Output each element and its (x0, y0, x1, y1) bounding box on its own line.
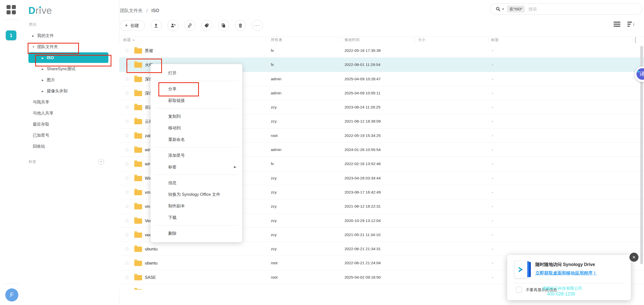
context-menu-item[interactable]: 标签▶ (151, 161, 242, 173)
column-header-owner[interactable]: 所有者 (271, 37, 282, 42)
chevron-right-icon[interactable]: ▶ (42, 64, 45, 75)
column-header-modified[interactable]: 修改时间 (345, 37, 360, 42)
star-icon[interactable]: ☆ (125, 256, 130, 270)
tag-button[interactable] (201, 20, 212, 31)
context-menu-item[interactable]: 添加星号 (151, 149, 242, 161)
star-icon[interactable]: ☆ (125, 284, 130, 290)
context-menu-item[interactable]: 重新命名 (151, 134, 242, 145)
star-icon[interactable]: ☆ (125, 129, 130, 143)
cell-owner: zcy (271, 185, 277, 199)
star-icon[interactable]: ☆ (125, 157, 130, 171)
chevron-right-icon[interactable]: ▶ (42, 53, 45, 64)
sidebar-item-8[interactable]: 与他人共享 (23, 107, 119, 119)
close-icon[interactable]: ✕ (629, 252, 639, 262)
context-menu-item[interactable]: 下载 (151, 212, 242, 223)
search-scope-chip[interactable]: 在"ISO" (507, 6, 525, 13)
app-promo-toast: ✕ 随时随地访问 Synology Drive 立即获取桌面和移动应用程序！ 不… (507, 255, 631, 300)
sort-order-icon[interactable]: ↓ (627, 22, 632, 27)
dont-show-again-checkbox[interactable] (516, 287, 522, 293)
copy-button[interactable] (218, 20, 229, 31)
star-icon[interactable]: ☆ (125, 199, 130, 213)
column-header-size[interactable]: 大小 (418, 37, 425, 42)
sidebar-item-label: 团队文件夹 (37, 44, 58, 49)
search-icon (496, 7, 501, 12)
context-menu-item[interactable]: 转换为 Synology Office 文件 (151, 188, 242, 200)
star-icon[interactable]: ☆ (125, 270, 130, 284)
upload-button[interactable] (151, 20, 162, 31)
menu-divider (154, 81, 239, 81)
context-menu-item[interactable]: 复制到 (151, 110, 242, 122)
get-apps-link[interactable]: 立即获取桌面和移动应用程序！ (535, 270, 597, 276)
star-icon[interactable]: ☆ (125, 72, 130, 86)
star-icon[interactable]: ☆ (125, 44, 130, 58)
sidebar-item-9[interactable]: 最近存取 (23, 119, 119, 130)
table-row[interactable]: ☆黑裙fx2022-05-16 17:35:39- (119, 44, 644, 58)
context-menu-item[interactable]: 制作副本 (151, 200, 242, 212)
cell-mtime: 2023-08-24 11:26:25 (345, 100, 380, 114)
star-icon[interactable]: ☆ (125, 100, 130, 114)
cell-tags: - (492, 58, 493, 72)
star-icon[interactable]: ☆ (125, 185, 130, 199)
sidebar-item-2[interactable]: ▼团队文件夹 (23, 41, 119, 52)
cell-owner: admin (271, 143, 281, 157)
column-options-icon[interactable]: ••• (634, 37, 637, 43)
folder-icon (134, 105, 142, 110)
cell-tags: - (492, 100, 493, 114)
star-icon[interactable]: ☆ (125, 86, 130, 100)
user-avatar[interactable]: F (5, 288, 18, 301)
more-actions-button[interactable]: ··· (252, 20, 263, 31)
ellipsis-icon: ··· (254, 23, 260, 28)
sidebar-item-6[interactable]: ▶摄像头录制 (23, 85, 119, 96)
chevron-right-icon[interactable]: ▶ (42, 75, 45, 86)
sidebar-item-10[interactable]: 已加星号 (23, 130, 119, 141)
breadcrumb-parent[interactable]: 团队文件夹 (120, 8, 143, 13)
sidebar-item-4[interactable]: ▶ShareSync测试 (23, 63, 119, 74)
context-menu-item[interactable]: 信息 (151, 177, 242, 188)
star-icon[interactable]: ☆ (125, 58, 130, 72)
list-view-icon[interactable] (614, 22, 620, 27)
sidebar-item-1[interactable]: ▶我的文件 (23, 30, 119, 41)
table-row[interactable]: ☆ubuntuzcy2022-06-21 21:34:31- (119, 242, 644, 256)
get-link-button[interactable] (184, 20, 195, 31)
star-icon[interactable]: ☆ (125, 242, 130, 256)
add-tag-icon[interactable]: + (98, 159, 104, 165)
cell-name: 黑裙 (145, 44, 153, 58)
sidebar-item-7[interactable]: 与我共享 (23, 96, 119, 107)
sidebar-item-label: 与我共享 (33, 100, 49, 104)
column-header-tags[interactable]: 标签 (491, 37, 499, 42)
context-menu-item[interactable]: 移动到 (151, 122, 242, 134)
star-icon[interactable]: ☆ (125, 171, 130, 185)
star-icon[interactable]: ☆ (125, 228, 130, 242)
copy-icon (221, 23, 226, 28)
search-scope-caret-icon[interactable]: ▼ (502, 8, 504, 11)
synology-drive-app-icon (514, 260, 531, 279)
share-button[interactable] (167, 20, 179, 31)
folder-icon (134, 289, 142, 290)
context-menu-item[interactable]: 删除 (151, 227, 242, 239)
context-menu-item[interactable]: 分享 (151, 83, 242, 95)
star-icon[interactable]: ☆ (125, 143, 130, 157)
toolbar: + 创建 ··· (120, 20, 263, 31)
chevron-right-icon[interactable]: ▶ (32, 30, 35, 42)
notification-count-badge[interactable]: 1 (6, 30, 16, 40)
folder-icon (134, 91, 142, 96)
sidebar-item-3[interactable]: ▶ISO (23, 52, 119, 63)
submenu-arrow-icon: ▶ (234, 161, 236, 173)
sidebar-item-11[interactable]: 回收站 (23, 141, 119, 152)
cell-tags: - (492, 143, 493, 157)
sort-caret-icon: ▼ (132, 39, 135, 42)
star-icon[interactable]: ☆ (125, 214, 130, 228)
chevron-down-icon[interactable]: ▼ (32, 42, 35, 53)
chevron-right-icon[interactable]: ▶ (42, 86, 45, 97)
delete-button[interactable] (235, 20, 246, 31)
breadcrumb: 团队文件夹 / ISO (120, 8, 159, 14)
context-menu-item[interactable]: 获取链接 (151, 95, 242, 106)
context-menu-item[interactable]: 打开 (151, 67, 242, 79)
sidebar-item-5[interactable]: ▶图片 (23, 74, 119, 85)
column-header-title[interactable]: 标题▼ (123, 37, 135, 42)
search-bar[interactable]: ▼ 在"ISO" 搜索 (490, 4, 642, 15)
star-icon[interactable]: ☆ (125, 114, 130, 128)
main-menu-grid-icon[interactable] (7, 5, 16, 15)
create-button[interactable]: + 创建 (120, 20, 145, 31)
cell-tags: - (492, 171, 493, 185)
